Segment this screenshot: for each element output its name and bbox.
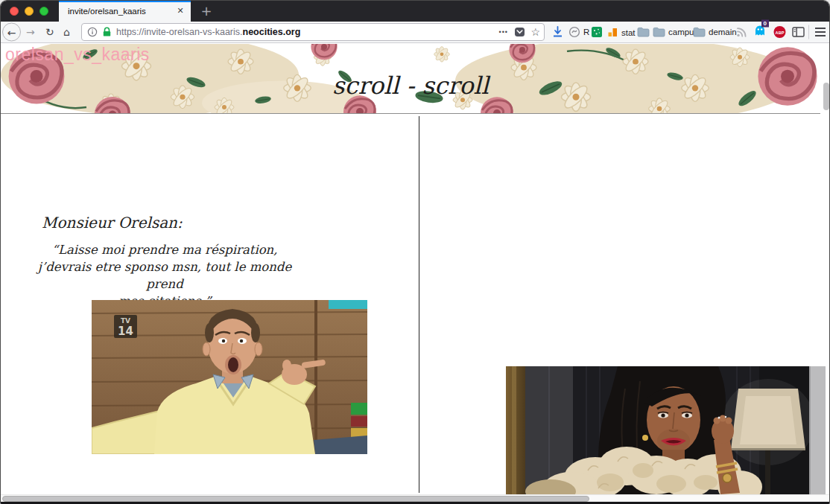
sidebar-toggle-button[interactable] bbox=[792, 27, 805, 37]
bookmark-folder-demain[interactable]: demain bbox=[693, 27, 737, 37]
site-title-overlay: orelsan_vs_kaaris bbox=[5, 45, 150, 65]
url-bar[interactable]: https://invite-orelsan-vs-kaaris.neociti… bbox=[81, 23, 545, 41]
tv-badge-label: TV bbox=[121, 317, 130, 325]
horizontal-scrollbar-thumb[interactable] bbox=[2, 496, 589, 502]
site-info-icon[interactable] bbox=[87, 27, 98, 37]
tab-bar: invite/orelsan_kaaris ✕ + bbox=[1, 1, 829, 22]
page-viewport: scroll - scroll orelsan_vs_kaaris Monsie… bbox=[1, 43, 830, 504]
rss-icon[interactable] bbox=[736, 27, 747, 37]
toolbar-separator bbox=[808, 25, 809, 39]
close-window-button[interactable] bbox=[10, 7, 19, 16]
tab-close-icon[interactable]: ✕ bbox=[174, 5, 186, 17]
bookmark-folder-campus[interactable]: campus bbox=[653, 27, 698, 37]
banner-scroll-text: scroll - scroll bbox=[1, 71, 820, 100]
url-prefix: https://invite-orelsan-vs-kaaris. bbox=[116, 27, 243, 37]
kaaris-reaction-gif bbox=[506, 366, 826, 494]
minimize-window-button[interactable] bbox=[25, 7, 34, 16]
pocket-icon[interactable] bbox=[514, 27, 525, 38]
ghostery-badge: 0 bbox=[761, 20, 769, 28]
new-tab-button[interactable]: + bbox=[197, 3, 215, 19]
quote-line-1: “Laisse moi prendre ma réspiration, bbox=[28, 241, 302, 258]
extension-stat-label: stat bbox=[621, 28, 636, 36]
extension-r-button[interactable]: R bbox=[568, 26, 589, 38]
navigation-toolbar: ← → ↻ ⌂ https://invite-orelsan-vs-kaaris… bbox=[1, 22, 829, 43]
column-divider bbox=[419, 116, 419, 493]
quote-line-2: j’devrais etre sponso msn, tout le monde… bbox=[28, 258, 302, 293]
menu-button[interactable] bbox=[815, 28, 826, 36]
browser-window: invite/orelsan_kaaris ✕ + ← → ↻ ⌂ https:… bbox=[0, 0, 830, 504]
url-domain: neocities.org bbox=[243, 27, 301, 37]
reload-button[interactable]: ↻ bbox=[45, 26, 54, 38]
back-button[interactable]: ← bbox=[2, 23, 21, 42]
vertical-scrollbar-thumb[interactable] bbox=[823, 83, 829, 110]
orelsan-heading: Monsieur Orelsan: bbox=[42, 214, 183, 232]
horizontal-scrollbar-track[interactable] bbox=[1, 494, 830, 503]
extension-green-button[interactable] bbox=[591, 26, 603, 38]
tv-badge-rating: 14 bbox=[118, 325, 133, 338]
home-button[interactable]: ⌂ bbox=[63, 26, 70, 38]
bookmark-folder-icon[interactable] bbox=[637, 27, 650, 37]
page-actions-icon[interactable]: ••• bbox=[499, 28, 508, 36]
orelsan-reaction-gif: TV 14 bbox=[92, 300, 367, 454]
bookmark-star-icon[interactable]: ☆ bbox=[530, 26, 540, 38]
tab-title: invite/orelsan_kaaris bbox=[68, 1, 170, 22]
zoom-window-button[interactable] bbox=[39, 7, 48, 16]
bookmark-folder-demain-label: demain bbox=[709, 28, 737, 36]
active-tab[interactable]: invite/orelsan_kaaris ✕ bbox=[59, 1, 191, 22]
url-text: https://invite-orelsan-vs-kaaris.neociti… bbox=[116, 27, 300, 37]
tv-rating-badge: TV 14 bbox=[114, 315, 137, 338]
adblock-plus-button[interactable]: ABP bbox=[773, 26, 786, 39]
abp-label: ABP bbox=[776, 31, 785, 35]
ghostery-button[interactable]: 0 bbox=[754, 25, 766, 40]
lock-icon[interactable] bbox=[102, 27, 112, 37]
extension-r-label: R bbox=[583, 28, 589, 36]
downloads-button[interactable] bbox=[552, 26, 563, 38]
forward-button[interactable]: → bbox=[26, 26, 35, 38]
back-icon: ← bbox=[7, 26, 16, 38]
extension-stat-button[interactable]: stat bbox=[607, 27, 636, 38]
